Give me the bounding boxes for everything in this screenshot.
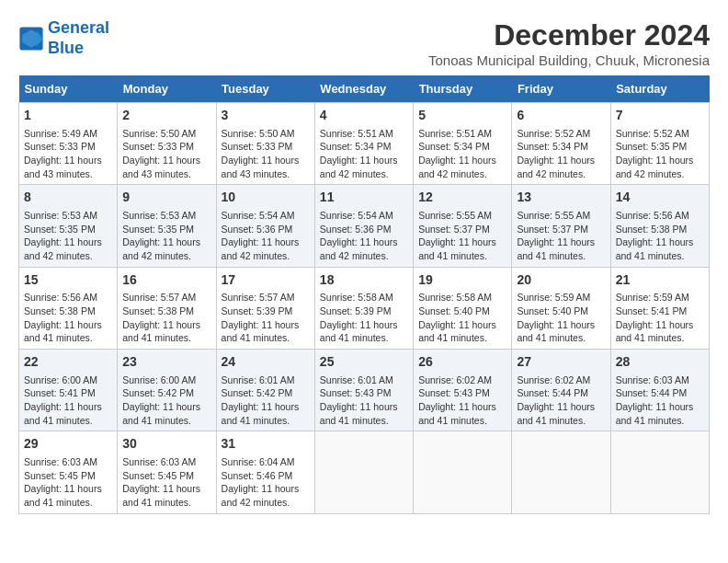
header-cell-tuesday: Tuesday (216, 75, 314, 103)
day-cell: 9Sunrise: 5:53 AM Sunset: 5:35 PM Daylig… (118, 185, 216, 267)
logo-text-line1: General (48, 18, 109, 39)
day-info: Sunrise: 5:51 AM Sunset: 5:34 PM Dayligh… (320, 127, 408, 181)
day-info: Sunrise: 5:59 AM Sunset: 5:40 PM Dayligh… (517, 291, 605, 345)
day-info: Sunrise: 5:56 AM Sunset: 5:38 PM Dayligh… (616, 209, 704, 263)
day-info: Sunrise: 6:03 AM Sunset: 5:44 PM Dayligh… (616, 373, 704, 428)
day-cell: 26Sunrise: 6:02 AM Sunset: 5:43 PM Dayli… (414, 350, 512, 431)
day-info: Sunrise: 6:02 AM Sunset: 5:44 PM Dayligh… (517, 373, 605, 428)
day-info: Sunrise: 5:49 AM Sunset: 5:33 PM Dayligh… (24, 127, 112, 181)
day-cell: 8Sunrise: 5:53 AM Sunset: 5:35 PM Daylig… (19, 185, 118, 267)
day-cell: 15Sunrise: 5:56 AM Sunset: 5:38 PM Dayli… (19, 267, 118, 349)
calendar-table: SundayMondayTuesdayWednesdayThursdayFrid… (18, 75, 710, 514)
day-cell: 3Sunrise: 5:50 AM Sunset: 5:33 PM Daylig… (216, 103, 314, 185)
day-number: 18 (320, 271, 408, 290)
day-number: 28 (616, 353, 704, 372)
day-number: 16 (122, 271, 210, 290)
header-cell-wednesday: Wednesday (314, 75, 413, 103)
title-area: December 2024 Tonoas Municipal Building,… (428, 18, 710, 68)
day-number: 13 (517, 189, 605, 207)
day-info: Sunrise: 5:50 AM Sunset: 5:33 PM Dayligh… (222, 127, 310, 181)
day-number: 8 (24, 189, 112, 207)
day-cell: 19Sunrise: 5:58 AM Sunset: 5:40 PM Dayli… (414, 267, 512, 349)
subtitle: Tonoas Municipal Building, Chuuk, Micron… (428, 52, 710, 68)
day-number: 2 (122, 107, 210, 125)
day-cell: 28Sunrise: 6:03 AM Sunset: 5:44 PM Dayli… (610, 350, 709, 431)
day-cell: 20Sunrise: 5:59 AM Sunset: 5:40 PM Dayli… (512, 267, 610, 349)
day-cell (314, 431, 413, 513)
day-number: 22 (24, 353, 112, 372)
day-cell: 25Sunrise: 6:01 AM Sunset: 5:43 PM Dayli… (314, 350, 413, 431)
day-cell: 16Sunrise: 5:57 AM Sunset: 5:38 PM Dayli… (118, 267, 216, 349)
day-cell (414, 431, 512, 513)
day-info: Sunrise: 6:01 AM Sunset: 5:42 PM Dayligh… (222, 373, 310, 428)
day-info: Sunrise: 5:54 AM Sunset: 5:36 PM Dayligh… (222, 209, 310, 263)
day-info: Sunrise: 6:00 AM Sunset: 5:41 PM Dayligh… (24, 373, 112, 428)
day-info: Sunrise: 5:53 AM Sunset: 5:35 PM Dayligh… (24, 209, 112, 263)
day-cell: 2Sunrise: 5:50 AM Sunset: 5:33 PM Daylig… (118, 103, 216, 185)
day-info: Sunrise: 6:01 AM Sunset: 5:43 PM Dayligh… (320, 373, 408, 428)
day-cell: 7Sunrise: 5:52 AM Sunset: 5:35 PM Daylig… (610, 103, 709, 185)
week-row-5: 29Sunrise: 6:03 AM Sunset: 5:45 PM Dayli… (19, 431, 710, 513)
day-info: Sunrise: 6:02 AM Sunset: 5:43 PM Dayligh… (418, 373, 506, 428)
main-title: December 2024 (428, 18, 710, 52)
day-number: 23 (122, 353, 210, 372)
logo-icon (18, 26, 44, 52)
day-info: Sunrise: 5:53 AM Sunset: 5:35 PM Dayligh… (122, 209, 210, 263)
day-cell (512, 431, 610, 513)
day-cell: 29Sunrise: 6:03 AM Sunset: 5:45 PM Dayli… (19, 431, 118, 513)
day-number: 25 (320, 353, 408, 372)
day-info: Sunrise: 6:03 AM Sunset: 5:45 PM Dayligh… (24, 455, 112, 510)
day-number: 26 (418, 353, 506, 372)
day-cell: 27Sunrise: 6:02 AM Sunset: 5:44 PM Dayli… (512, 350, 610, 431)
logo-text-line2: Blue (48, 39, 109, 59)
day-info: Sunrise: 5:55 AM Sunset: 5:37 PM Dayligh… (517, 209, 605, 263)
day-cell: 1Sunrise: 5:49 AM Sunset: 5:33 PM Daylig… (19, 103, 118, 185)
day-number: 10 (222, 189, 310, 207)
day-number: 12 (418, 189, 506, 207)
day-number: 3 (222, 107, 310, 125)
day-info: Sunrise: 5:59 AM Sunset: 5:41 PM Dayligh… (616, 291, 704, 345)
day-info: Sunrise: 6:03 AM Sunset: 5:45 PM Dayligh… (122, 455, 210, 510)
header-row: SundayMondayTuesdayWednesdayThursdayFrid… (19, 75, 710, 103)
day-info: Sunrise: 5:52 AM Sunset: 5:34 PM Dayligh… (517, 127, 605, 181)
day-number: 31 (222, 435, 310, 454)
day-cell: 17Sunrise: 5:57 AM Sunset: 5:39 PM Dayli… (216, 267, 314, 349)
week-row-2: 8Sunrise: 5:53 AM Sunset: 5:35 PM Daylig… (19, 185, 710, 267)
day-cell: 12Sunrise: 5:55 AM Sunset: 5:37 PM Dayli… (414, 185, 512, 267)
day-cell: 30Sunrise: 6:03 AM Sunset: 5:45 PM Dayli… (118, 431, 216, 513)
day-number: 15 (24, 271, 112, 290)
day-number: 29 (24, 435, 112, 454)
day-cell: 10Sunrise: 5:54 AM Sunset: 5:36 PM Dayli… (216, 185, 314, 267)
day-info: Sunrise: 5:55 AM Sunset: 5:37 PM Dayligh… (418, 209, 506, 263)
day-info: Sunrise: 5:54 AM Sunset: 5:36 PM Dayligh… (320, 209, 408, 263)
day-cell: 13Sunrise: 5:55 AM Sunset: 5:37 PM Dayli… (512, 185, 610, 267)
day-number: 7 (616, 107, 704, 125)
day-info: Sunrise: 5:57 AM Sunset: 5:38 PM Dayligh… (122, 291, 210, 345)
day-info: Sunrise: 5:58 AM Sunset: 5:40 PM Dayligh… (418, 291, 506, 345)
day-cell: 21Sunrise: 5:59 AM Sunset: 5:41 PM Dayli… (610, 267, 709, 349)
day-info: Sunrise: 5:58 AM Sunset: 5:39 PM Dayligh… (320, 291, 408, 345)
day-number: 9 (122, 189, 210, 207)
logo: General Blue (18, 18, 109, 58)
day-number: 4 (320, 107, 408, 125)
day-number: 11 (320, 189, 408, 207)
day-cell: 6Sunrise: 5:52 AM Sunset: 5:34 PM Daylig… (512, 103, 610, 185)
header-cell-thursday: Thursday (414, 75, 512, 103)
day-info: Sunrise: 6:04 AM Sunset: 5:46 PM Dayligh… (222, 455, 310, 510)
day-number: 1 (24, 107, 112, 125)
day-number: 6 (517, 107, 605, 125)
day-info: Sunrise: 5:57 AM Sunset: 5:39 PM Dayligh… (222, 291, 310, 345)
day-cell: 11Sunrise: 5:54 AM Sunset: 5:36 PM Dayli… (314, 185, 413, 267)
day-number: 14 (616, 189, 704, 207)
day-info: Sunrise: 5:52 AM Sunset: 5:35 PM Dayligh… (616, 127, 704, 181)
day-number: 21 (616, 271, 704, 290)
day-info: Sunrise: 5:51 AM Sunset: 5:34 PM Dayligh… (418, 127, 506, 181)
week-row-1: 1Sunrise: 5:49 AM Sunset: 5:33 PM Daylig… (19, 103, 710, 185)
header: General Blue December 2024 Tonoas Munici… (18, 18, 710, 68)
day-number: 17 (222, 271, 310, 290)
day-cell: 4Sunrise: 5:51 AM Sunset: 5:34 PM Daylig… (314, 103, 413, 185)
header-cell-sunday: Sunday (19, 75, 118, 103)
week-row-3: 15Sunrise: 5:56 AM Sunset: 5:38 PM Dayli… (19, 267, 710, 349)
day-number: 27 (517, 353, 605, 372)
header-cell-saturday: Saturday (610, 75, 709, 103)
